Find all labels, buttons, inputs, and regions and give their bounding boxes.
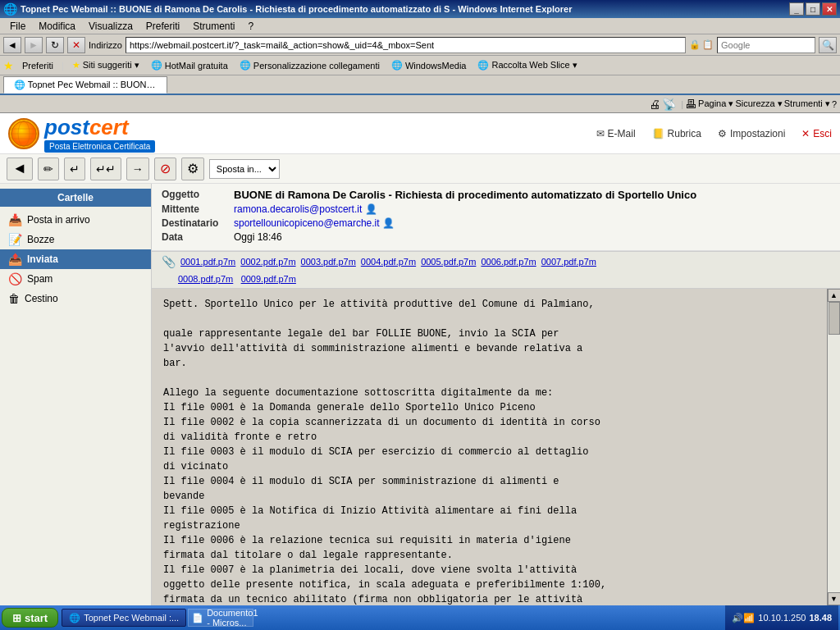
from-label: Mittente	[162, 203, 227, 215]
attachment-0008[interactable]: 0008.pdf.p7m	[178, 274, 233, 284]
attachment-0004[interactable]: 0004.pdf.p7m	[361, 257, 416, 267]
taskbar-tray: 🔊📶 10.10.1.250 18.48	[725, 605, 838, 630]
back-button[interactable]: ◄	[3, 37, 21, 53]
compose-button[interactable]: ✏	[38, 158, 59, 180]
sidebar-item-cestino[interactable]: 🗑 Cestino	[0, 289, 151, 308]
menu-file[interactable]: File	[3, 19, 32, 34]
fav-windows-media[interactable]: 🌐 WindowsMedia	[388, 58, 470, 72]
menu-modifica[interactable]: Modifica	[32, 19, 82, 34]
address-label: Indirizzo	[89, 40, 122, 50]
title-bar-buttons: _ □ ✕	[789, 2, 837, 16]
scroll-thumb[interactable]	[829, 302, 840, 335]
impostazioni-nav-item[interactable]: ⚙ Impostazioni	[718, 128, 785, 139]
tools-menu-button[interactable]: Strumenti ▾	[784, 98, 830, 109]
rubrica-nav-icon: 📒	[652, 128, 664, 139]
fav-personalizzazione[interactable]: 🌐 Personalizzazione collegamenti	[236, 58, 383, 72]
search-input[interactable]	[717, 37, 815, 53]
email-with-scroll: Spett. Sportello Unico per le attività p…	[152, 289, 840, 605]
close-button[interactable]: ✕	[822, 2, 837, 16]
esci-nav-item[interactable]: ✕ Esci	[801, 128, 832, 139]
tab-webmail[interactable]: 🌐 Topnet Pec Webmail :: BUONE di Ramona …	[3, 76, 167, 94]
rss-icon[interactable]: 📡	[662, 98, 676, 111]
tab-bar: 🌐 Topnet Pec Webmail :: BUONE di Ramona …	[0, 75, 840, 95]
fav-ie-icon: 🌐	[151, 60, 162, 71]
forward-button[interactable]: →	[126, 158, 149, 180]
fav-siti-suggeriti[interactable]: ★ Siti suggeriti ▾	[69, 58, 143, 72]
reply-all-button[interactable]: ↵↵	[90, 158, 121, 180]
title-bar: 🌐 Topnet Pec Webmail :: BUONE di Ramona …	[0, 0, 840, 18]
stop-button[interactable]: ✕	[67, 37, 85, 53]
print-icon[interactable]: 🖨	[649, 98, 660, 111]
menu-visualizza[interactable]: Visualizza	[82, 19, 139, 34]
menu-bar: File Modifica Visualizza Preferiti Strum…	[0, 18, 840, 34]
attachment-0003[interactable]: 0003.pdf.p7m	[301, 257, 356, 267]
drafts-icon: 📝	[8, 233, 22, 246]
scroll-up-button[interactable]: ▲	[828, 289, 841, 302]
spam-icon: 🚫	[8, 272, 22, 285]
fav-ie2-icon: 🌐	[240, 60, 251, 71]
settings-button[interactable]: ⚙	[181, 158, 204, 180]
fav-raccolta[interactable]: 🌐 Raccolta Web Slice ▾	[474, 58, 580, 72]
address-input[interactable]	[126, 37, 686, 53]
fav-hotmail[interactable]: 🌐 HotMail gratuita	[148, 58, 231, 72]
start-button[interactable]: ⊞ start	[2, 608, 58, 628]
attachment-0001[interactable]: 0001.pdf.p7m	[180, 257, 235, 267]
forward-button[interactable]: ►	[25, 37, 43, 53]
fav-ie3-icon: 🌐	[391, 60, 403, 71]
email-nav-label: E-Mail	[608, 128, 636, 139]
taskbar-items: 🌐 Topnet Pec Webmail :... 📄 Documento1 -…	[58, 609, 725, 627]
lock-icon: 🔒	[689, 39, 701, 50]
email-nav-icon: ✉	[596, 128, 605, 139]
sidebar-item-posta-in-arrivo[interactable]: 📥 Posta in arrivo	[0, 210, 151, 230]
scrollbar[interactable]: ▲ ▼	[827, 289, 840, 605]
email-body[interactable]: Spett. Sportello Unico per le attività p…	[152, 289, 827, 605]
title-bar-text: Topnet Pec Webmail :: BUONE di Ramona De…	[17, 4, 789, 14]
back-email-button[interactable]: ◄	[7, 158, 33, 180]
attachment-0009[interactable]: 0009.pdf.p7m	[241, 274, 296, 284]
move-to-select[interactable]: Sposta in...	[209, 159, 280, 179]
sidebar-item-bozze[interactable]: 📝 Bozze	[0, 230, 151, 249]
clock: 18.48	[809, 613, 832, 623]
attachment-0006[interactable]: 0006.pdf.p7m	[481, 257, 536, 267]
page-menu-button[interactable]: Pagina ▾	[698, 98, 733, 109]
scroll-down-button[interactable]: ▼	[828, 592, 841, 605]
inbox-icon: 📥	[8, 213, 22, 226]
taskbar-item-word[interactable]: 📄 Documento1 - Micros...	[188, 609, 253, 627]
esci-nav-label: Esci	[813, 128, 832, 139]
search-button[interactable]: 🔍	[819, 37, 837, 53]
sidebar-item-inviata[interactable]: 📤 Inviata	[0, 249, 151, 269]
logo-globe-icon	[8, 118, 39, 149]
sidebar-title: Cartelle	[0, 189, 151, 207]
menu-strumenti[interactable]: Strumenti	[186, 19, 241, 34]
security-menu-button[interactable]: Sicurezza ▾	[735, 98, 782, 109]
ie-toolbar: 🖨 📡 | 🖶 Pagina ▾ Sicurezza ▾ Strumenti ▾…	[0, 95, 840, 113]
menu-help[interactable]: ?	[242, 19, 261, 34]
email-toolbar: ◄ ✏ ↵ ↵↵ → ⊘ ⚙ Sposta in...	[0, 154, 840, 184]
webmail-container: postcert Posta Elettronica Certificata ✉…	[0, 113, 840, 623]
taskbar-item-webmail[interactable]: 🌐 Topnet Pec Webmail :...	[62, 609, 186, 627]
menu-preferiti[interactable]: Preferiti	[139, 19, 186, 34]
settings-nav-icon: ⚙	[718, 128, 727, 139]
help-menu-button[interactable]: ?	[832, 99, 837, 109]
attachment-0005[interactable]: 0005.pdf.p7m	[421, 257, 476, 267]
sidebar-item-spam[interactable]: 🚫 Spam	[0, 269, 151, 289]
exit-nav-icon: ✕	[801, 128, 810, 139]
contact2-icon: 👤	[382, 217, 395, 229]
windows-icon: ⊞	[12, 612, 21, 624]
minimize-button[interactable]: _	[789, 2, 804, 16]
favorites-label[interactable]: Preferiti	[19, 59, 57, 72]
fav-star-icon: ★	[72, 60, 80, 71]
attachment-0007[interactable]: 0007.pdf.p7m	[541, 257, 596, 267]
email-body-text: Spett. Sportello Unico per le attività p…	[163, 297, 815, 605]
refresh-button[interactable]: ↻	[46, 37, 64, 53]
paperclip-icon: 📎	[162, 255, 176, 268]
print2-icon[interactable]: 🖶	[685, 98, 696, 111]
maximize-button[interactable]: □	[806, 2, 820, 16]
reply-button[interactable]: ↵	[64, 158, 85, 180]
email-nav-item[interactable]: ✉ E-Mail	[596, 128, 636, 139]
subject-value: BUONE di Ramona De Carolis - Richiesta d…	[234, 189, 830, 201]
scroll-track	[828, 302, 840, 592]
attachment-0002[interactable]: 0002.pdf.p7m	[240, 257, 295, 267]
rubrica-nav-item[interactable]: 📒 Rubrica	[652, 128, 701, 139]
delete-button[interactable]: ⊘	[154, 158, 176, 180]
